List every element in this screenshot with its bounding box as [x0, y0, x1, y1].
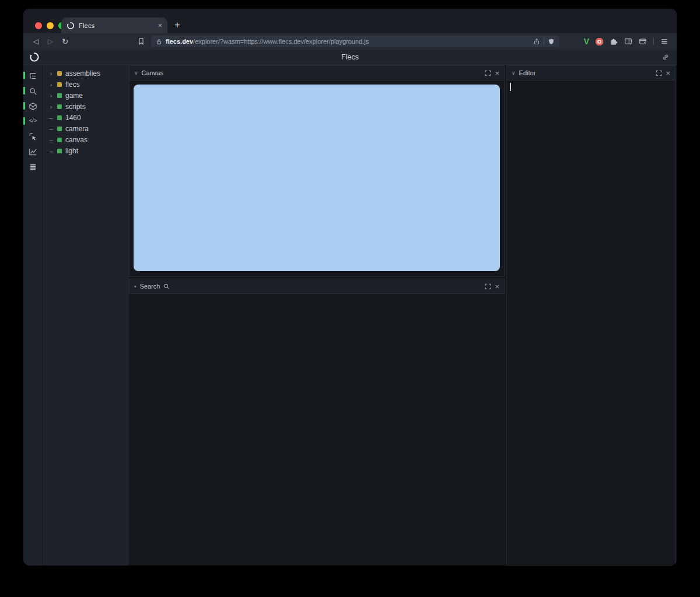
app-main: </> › assemblies — [23, 65, 677, 566]
expand-chevron-icon[interactable]: › — [48, 103, 54, 110]
tree-label: flecs — [65, 80, 80, 89]
rail-item-code[interactable]: </> — [23, 117, 42, 126]
rail-item-charts[interactable] — [23, 147, 42, 156]
forward-button[interactable]: ▷ — [46, 38, 55, 45]
search-panel-header[interactable]: • Search × — [130, 279, 504, 293]
close-panel-icon[interactable]: × — [495, 283, 499, 290]
sidebar-toggle-icon[interactable] — [624, 37, 632, 45]
vimium-extension-icon[interactable]: V — [584, 37, 589, 46]
close-panel-icon[interactable]: × — [666, 69, 670, 77]
tab-bar: Flecs × + — [23, 9, 677, 33]
url-divider — [544, 38, 544, 45]
collapse-chevron-icon[interactable]: ∨ — [134, 70, 138, 76]
magnifier-icon — [163, 283, 170, 290]
expand-chevron-icon[interactable]: › — [48, 92, 54, 99]
shield-icon[interactable] — [548, 38, 555, 45]
extension-toolbar: V — [584, 37, 668, 46]
red-extension-icon[interactable] — [596, 38, 603, 45]
content-area: ∨ Canvas × • Search — [129, 65, 677, 566]
app-header: Flecs — [23, 50, 677, 65]
leaf-connector: – — [48, 125, 54, 132]
rail-item-entity-tree[interactable] — [23, 71, 42, 80]
inspect-cursor-icon — [29, 132, 37, 141]
code-icon: </> — [29, 118, 36, 124]
leaf-connector: – — [48, 114, 54, 121]
tree-row-1460[interactable]: – 1460 — [43, 112, 129, 123]
tree-label: game — [65, 92, 83, 100]
tree-label: canvas — [65, 136, 88, 144]
browser-window: Flecs × + ◁ ▷ ↻ flecs.dev/explorer/?wasm… — [23, 9, 677, 566]
icon-rail: </> — [23, 65, 42, 566]
canvas-body — [134, 85, 500, 271]
lock-icon — [156, 38, 162, 45]
tab-title: Flecs — [79, 22, 153, 29]
tree-row-light[interactable]: – light — [43, 145, 129, 156]
bullet-icon: • — [134, 283, 136, 290]
tree-row-camera[interactable]: – camera — [43, 123, 129, 134]
wallet-icon[interactable] — [639, 37, 647, 45]
search-icon — [29, 87, 37, 96]
desktop-background: Flecs × + ◁ ▷ ↻ flecs.dev/explorer/?wasm… — [0, 0, 700, 597]
canvas-panel: ∨ Canvas × — [129, 65, 505, 277]
expand-chevron-icon[interactable]: › — [48, 70, 54, 77]
extensions-puzzle-icon[interactable] — [610, 37, 618, 45]
share-icon[interactable] — [533, 38, 540, 45]
tree-label: scripts — [65, 103, 86, 111]
stats-icon — [29, 163, 37, 171]
editor-panel-header[interactable]: ∨ Editor × — [507, 66, 675, 80]
url-path: /explorer/?wasm=https://www.flecs.dev/ex… — [193, 38, 369, 45]
collapse-chevron-icon[interactable]: ∨ — [512, 70, 516, 76]
share-link-icon[interactable] — [662, 53, 670, 61]
flecs-favicon-icon — [66, 22, 75, 30]
tree-label: light — [65, 147, 78, 155]
canvas-panel-header[interactable]: ∨ Canvas × — [130, 66, 504, 80]
fullscreen-icon[interactable] — [656, 70, 662, 76]
close-panel-icon[interactable]: × — [495, 69, 499, 77]
webgl-canvas[interactable] — [134, 85, 500, 271]
tree-row-scripts[interactable]: › scripts — [43, 101, 129, 112]
tree-row-assemblies[interactable]: › assemblies — [43, 68, 129, 79]
rail-item-scene[interactable] — [23, 101, 42, 111]
entity-color-swatch — [57, 104, 62, 109]
rail-item-inspect[interactable] — [23, 132, 42, 141]
leaf-connector: – — [48, 148, 54, 154]
fullscreen-icon[interactable] — [485, 70, 491, 76]
search-panel-title: Search — [140, 283, 160, 290]
code-editor[interactable] — [507, 80, 675, 564]
editor-panel: ∨ Editor × — [506, 65, 676, 566]
tree-row-game[interactable]: › game — [43, 90, 129, 101]
navigation-bar: ◁ ▷ ↻ flecs.dev/explorer/?wasm=https://w… — [23, 33, 677, 50]
canvas-panel-title: Canvas — [142, 69, 163, 76]
minimize-window-button[interactable] — [47, 22, 54, 29]
menu-hamburger-icon[interactable] — [660, 37, 668, 45]
rail-item-search[interactable] — [23, 86, 42, 96]
tree-label: assemblies — [65, 69, 100, 78]
entity-color-swatch — [57, 82, 62, 87]
expand-chevron-icon[interactable]: › — [48, 81, 54, 88]
close-window-button[interactable] — [35, 22, 42, 29]
browser-tab[interactable]: Flecs × — [61, 17, 167, 33]
back-button[interactable]: ◁ — [32, 38, 40, 45]
tree-label: camera — [65, 125, 89, 133]
url-text: flecs.dev/explorer/?wasm=https://www.fle… — [166, 38, 530, 45]
toolbar-divider — [653, 38, 654, 45]
tree-row-flecs[interactable]: › flecs — [43, 79, 129, 90]
bookmark-icon[interactable] — [137, 37, 145, 45]
url-bar[interactable]: flecs.dev/explorer/?wasm=https://www.fle… — [151, 36, 559, 47]
tab-close-icon[interactable]: × — [158, 22, 162, 29]
cube-icon — [29, 102, 37, 111]
search-panel: • Search × — [129, 279, 505, 294]
rail-item-stats[interactable] — [23, 162, 42, 171]
entity-color-swatch — [57, 71, 62, 76]
flecs-logo-icon[interactable] — [29, 52, 40, 62]
reload-button[interactable]: ↻ — [61, 37, 69, 45]
url-domain: flecs.dev — [166, 38, 193, 45]
new-tab-button[interactable]: + — [172, 20, 183, 30]
entity-color-swatch — [57, 93, 62, 98]
tree-icon — [29, 72, 37, 80]
entity-color-swatch — [57, 138, 62, 142]
tree-label: 1460 — [65, 114, 81, 122]
fullscreen-icon[interactable] — [485, 283, 491, 290]
editor-panel-title: Editor — [519, 69, 536, 76]
tree-row-canvas[interactable]: – canvas — [43, 134, 129, 145]
